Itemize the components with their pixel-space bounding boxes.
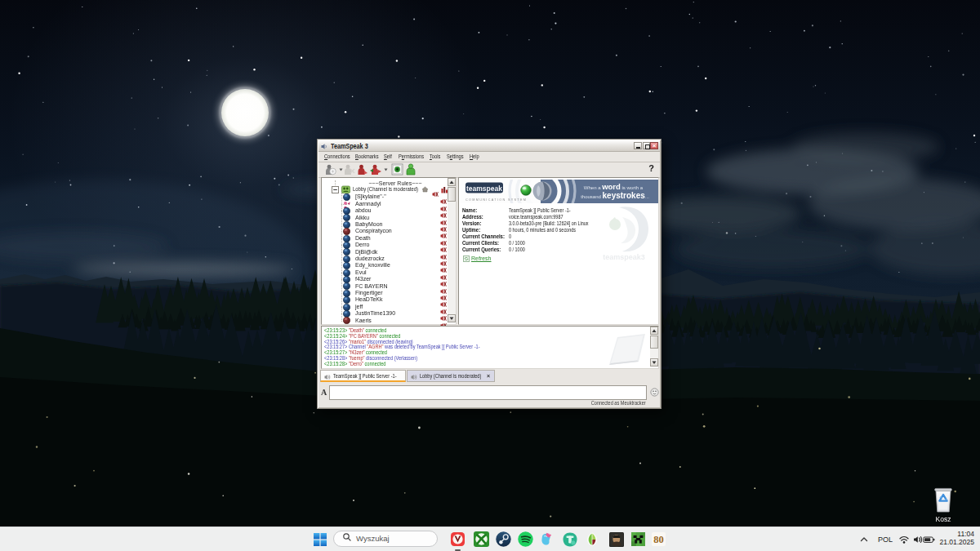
svg-text:80: 80 — [653, 534, 664, 545]
svg-text:A: A — [321, 388, 327, 397]
svg-text:teamspeak3: teamspeak3 — [603, 253, 645, 261]
svg-text:COMMUNICATION SYSTEM: COMMUNICATION SYSTEM — [466, 198, 527, 202]
svg-text:teamspeak: teamspeak — [466, 184, 502, 193]
